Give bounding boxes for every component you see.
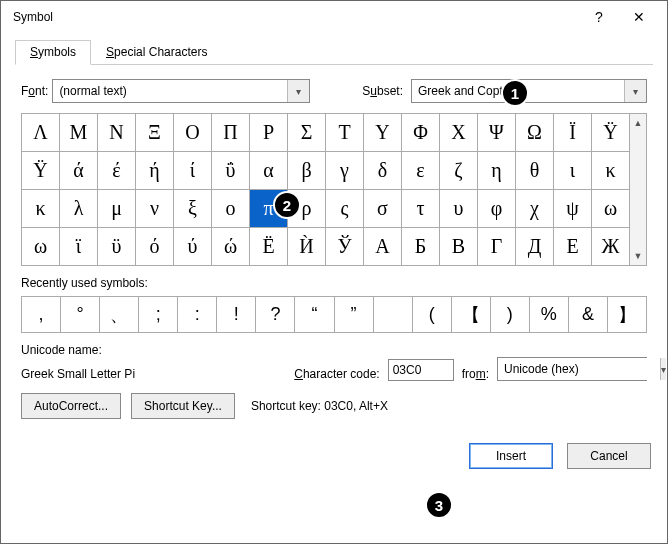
character-cell[interactable]: η xyxy=(478,152,516,190)
character-cell[interactable]: ω xyxy=(592,190,630,228)
character-cell[interactable]: υ xyxy=(440,190,478,228)
character-cell[interactable]: σ xyxy=(364,190,402,228)
character-cell[interactable]: ο xyxy=(212,190,250,228)
recent-cell[interactable]: , xyxy=(22,297,61,333)
character-cell[interactable]: ύ xyxy=(174,228,212,266)
character-cell[interactable]: β xyxy=(288,152,326,190)
character-cell[interactable]: ξ xyxy=(174,190,212,228)
character-cell[interactable]: Г xyxy=(478,228,516,266)
chevron-down-icon[interactable]: ▾ xyxy=(660,358,666,380)
recent-cell[interactable]: 】 xyxy=(608,297,647,333)
close-button[interactable]: ✕ xyxy=(619,3,659,31)
character-cell[interactable]: ν xyxy=(136,190,174,228)
scrollbar[interactable]: ▲ ▼ xyxy=(630,113,647,266)
recent-cell[interactable]: ( xyxy=(413,297,452,333)
character-cell[interactable]: λ xyxy=(60,190,98,228)
scroll-up-icon[interactable]: ▲ xyxy=(630,114,646,132)
character-cell[interactable]: Б xyxy=(402,228,440,266)
character-cell[interactable]: ψ xyxy=(554,190,592,228)
character-cell[interactable]: ι xyxy=(554,152,592,190)
character-cell[interactable]: ή xyxy=(136,152,174,190)
character-cell[interactable]: Е xyxy=(554,228,592,266)
recent-cell[interactable]: ? xyxy=(256,297,295,333)
tab-symbols[interactable]: Symbols xyxy=(15,40,91,65)
character-cell[interactable]: Ξ xyxy=(136,114,174,152)
recent-label: Recently used symbols: xyxy=(21,276,647,290)
recent-cell[interactable]: ) xyxy=(491,297,530,333)
character-cell[interactable]: Ψ xyxy=(478,114,516,152)
chevron-down-icon[interactable]: ▾ xyxy=(287,80,309,102)
recent-cell[interactable]: ” xyxy=(335,297,374,333)
character-cell[interactable]: δ xyxy=(364,152,402,190)
character-cell[interactable]: Ÿ xyxy=(22,152,60,190)
autocorrect-button[interactable]: AutoCorrect... xyxy=(21,393,121,419)
character-cell[interactable]: Χ xyxy=(440,114,478,152)
character-cell[interactable]: Ў xyxy=(326,228,364,266)
font-combo[interactable]: ▾ xyxy=(52,79,310,103)
character-cell[interactable]: α xyxy=(250,152,288,190)
from-combo[interactable]: ▾ xyxy=(497,357,647,381)
character-cell[interactable]: κ xyxy=(592,152,630,190)
character-cell[interactable]: Ϋ xyxy=(592,114,630,152)
character-cell[interactable]: Ё xyxy=(250,228,288,266)
insert-button[interactable]: Insert xyxy=(469,443,553,469)
character-cell[interactable]: Σ xyxy=(288,114,326,152)
character-cell[interactable]: Ο xyxy=(174,114,212,152)
character-cell[interactable]: Φ xyxy=(402,114,440,152)
character-cell[interactable]: Υ xyxy=(364,114,402,152)
character-cell[interactable]: φ xyxy=(478,190,516,228)
shortcut-key-button[interactable]: Shortcut Key... xyxy=(131,393,235,419)
character-cell[interactable]: χ xyxy=(516,190,554,228)
character-cell[interactable]: ΰ xyxy=(212,152,250,190)
character-cell[interactable]: А xyxy=(364,228,402,266)
recent-cell[interactable]: “ xyxy=(295,297,334,333)
character-cell[interactable]: Ω xyxy=(516,114,554,152)
cancel-button[interactable]: Cancel xyxy=(567,443,651,469)
help-button[interactable]: ? xyxy=(579,3,619,31)
character-cell[interactable]: Ν xyxy=(98,114,136,152)
scroll-down-icon[interactable]: ▼ xyxy=(630,247,646,265)
recent-cell[interactable] xyxy=(374,297,413,333)
character-cell[interactable]: κ xyxy=(22,190,60,228)
recent-cell[interactable]: ; xyxy=(139,297,178,333)
character-cell[interactable]: Ϊ xyxy=(554,114,592,152)
character-cell[interactable]: Μ xyxy=(60,114,98,152)
character-cell[interactable]: ί xyxy=(174,152,212,190)
recent-cell[interactable]: 【 xyxy=(452,297,491,333)
character-cell[interactable]: Ѝ xyxy=(288,228,326,266)
scroll-track[interactable] xyxy=(630,132,646,247)
character-cell[interactable]: ζ xyxy=(440,152,478,190)
character-cell[interactable]: ϋ xyxy=(98,228,136,266)
character-cell[interactable]: Λ xyxy=(22,114,60,152)
recent-cell[interactable]: ! xyxy=(217,297,256,333)
character-cell[interactable]: Ж xyxy=(592,228,630,266)
character-cell[interactable]: τ xyxy=(402,190,440,228)
character-cell[interactable]: Ρ xyxy=(250,114,288,152)
recent-cell[interactable]: 、 xyxy=(100,297,139,333)
font-input[interactable] xyxy=(53,80,287,102)
character-cell[interactable]: ώ xyxy=(212,228,250,266)
character-cell[interactable]: ω xyxy=(22,228,60,266)
recent-cell[interactable]: % xyxy=(530,297,569,333)
character-cell[interactable]: Τ xyxy=(326,114,364,152)
character-cell[interactable]: γ xyxy=(326,152,364,190)
from-input[interactable] xyxy=(498,358,660,380)
chevron-down-icon[interactable]: ▾ xyxy=(624,80,646,102)
recent-cell[interactable]: & xyxy=(569,297,608,333)
recent-cell[interactable]: : xyxy=(178,297,217,333)
character-cell[interactable]: В xyxy=(440,228,478,266)
character-code-input[interactable] xyxy=(388,359,454,381)
character-cell[interactable]: Π xyxy=(212,114,250,152)
character-cell[interactable]: ό xyxy=(136,228,174,266)
subset-combo[interactable]: ▾ xyxy=(411,79,647,103)
character-cell[interactable]: έ xyxy=(98,152,136,190)
character-cell[interactable]: ε xyxy=(402,152,440,190)
character-cell[interactable]: ς xyxy=(326,190,364,228)
character-cell[interactable]: Д xyxy=(516,228,554,266)
character-cell[interactable]: μ xyxy=(98,190,136,228)
recent-cell[interactable]: ° xyxy=(61,297,100,333)
character-cell[interactable]: θ xyxy=(516,152,554,190)
character-cell[interactable]: ά xyxy=(60,152,98,190)
character-cell[interactable]: ϊ xyxy=(60,228,98,266)
tab-special-characters[interactable]: Special Characters xyxy=(91,40,222,65)
